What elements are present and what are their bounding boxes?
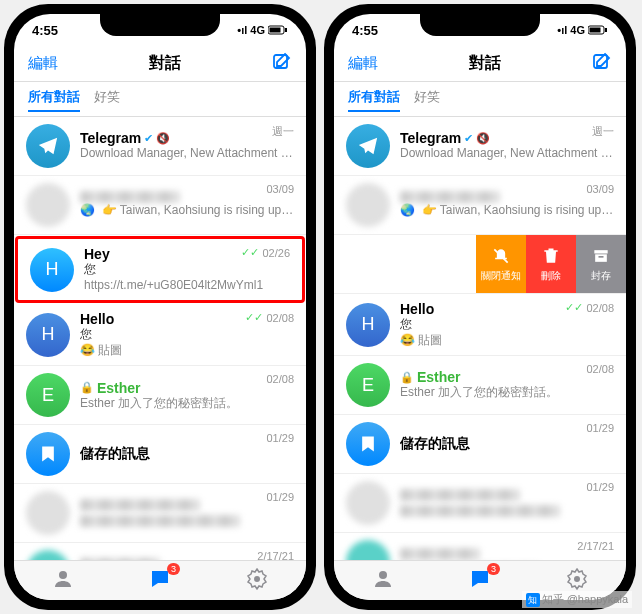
chat-name: Hello — [80, 311, 114, 327]
svg-point-4 — [59, 571, 67, 579]
chat-list[interactable]: Telegram ✔ 🔇 Download Manager, New Attac… — [334, 117, 626, 565]
chat-date: 01/29 — [266, 491, 294, 503]
avatar: E — [26, 373, 70, 417]
chat-date: 週一 — [272, 124, 294, 139]
chat-date: 02/08 — [586, 302, 614, 314]
tab-chats[interactable]: 3 — [148, 567, 172, 595]
chat-row-hello[interactable]: H Hello 您😂 貼圖 ✓✓02/08 — [14, 304, 306, 366]
tab-funny[interactable]: 好笑 — [94, 88, 120, 112]
avatar-saved — [26, 432, 70, 476]
status-time: 4:55 — [352, 23, 378, 38]
chats-badge: 3 — [487, 563, 500, 575]
tab-funny[interactable]: 好笑 — [414, 88, 440, 112]
page-title: 對話 — [469, 53, 501, 74]
svg-rect-12 — [595, 254, 607, 262]
avatar-telegram — [26, 124, 70, 168]
lock-icon: 🔒 — [80, 381, 94, 394]
avatar: H — [30, 248, 74, 292]
network-label: 4G — [570, 24, 585, 36]
svg-point-15 — [574, 576, 580, 582]
swipe-delete-button[interactable]: 刪除 — [526, 235, 576, 293]
tab-contacts[interactable] — [51, 567, 75, 595]
signal-icon: •ıl — [237, 24, 247, 36]
folder-tabs: 所有對話 好笑 — [334, 82, 626, 117]
chat-row-hey-highlighted[interactable]: H Hey 您https://t.me/+uG80E04lt2MwYml1 ✓✓… — [15, 236, 305, 303]
chat-row-esther[interactable]: E 🔒Esther Esther 加入了您的秘密對話。 02/08 — [14, 366, 306, 425]
chat-date: 01/29 — [586, 422, 614, 434]
avatar-blurred — [26, 183, 70, 227]
chat-name: Telegram — [80, 130, 141, 146]
chat-date: 02/08 — [266, 312, 294, 324]
chat-date: 2/17/21 — [577, 540, 614, 552]
chat-row-hey-swiped[interactable]: H ✓✓ 02/26 04lt2MwYml1 關閉通知 — [334, 235, 626, 294]
chat-date: 01/29 — [266, 432, 294, 444]
muted-icon: 🔇 — [156, 132, 170, 145]
chat-row-blurred[interactable]: 🌏 👉 Taiwan, Kaohsiung is rising up!... 0… — [334, 176, 626, 235]
swipe-mute-button[interactable]: 關閉通知 — [476, 235, 526, 293]
chat-name: Hey — [84, 246, 110, 262]
svg-rect-7 — [590, 28, 601, 33]
chats-badge: 3 — [167, 563, 180, 575]
avatar-blurred — [346, 481, 390, 525]
chat-name: 儲存的訊息 — [80, 445, 150, 463]
tab-all-chats[interactable]: 所有對話 — [28, 88, 80, 112]
chat-preview: Download Manager, New Attachment Menu, L… — [400, 146, 614, 162]
edit-button[interactable]: 編輯 — [348, 54, 378, 73]
signal-icon: •ıl — [557, 24, 567, 36]
chat-name: 儲存的訊息 — [400, 435, 470, 453]
chat-row-blurred[interactable]: 01/29 — [334, 474, 626, 533]
tab-contacts[interactable] — [371, 567, 395, 595]
chat-preview: Esther 加入了您的秘密對話。 — [80, 396, 294, 412]
avatar: H — [26, 313, 70, 357]
chat-name: Esther — [417, 369, 461, 385]
chat-name: Esther — [97, 380, 141, 396]
chat-preview: 您https://t.me/+uG80E04lt2MwYml1 — [84, 262, 290, 293]
chat-preview: 04lt2MwYml1 — [334, 263, 464, 279]
chat-preview: 🌏 👉 Taiwan, Kaohsiung is rising up!... — [400, 203, 614, 219]
chat-date: 03/09 — [266, 183, 294, 195]
tab-settings[interactable] — [245, 567, 269, 595]
nav-bar: 編輯 對話 — [14, 46, 306, 82]
watermark: 知知乎 @happykala — [522, 591, 632, 609]
chat-date: 02/08 — [266, 373, 294, 385]
chat-name: Telegram — [400, 130, 461, 146]
swipe-archive-button[interactable]: 封存 — [576, 235, 626, 293]
svg-rect-8 — [605, 28, 607, 32]
nav-bar: 編輯 對話 — [334, 46, 626, 82]
chat-preview: Download Manager, New Attachment Menu, L… — [80, 146, 294, 162]
phone-left: 4:55 •ıl 4G 編輯 對話 所有對話 好笑 — [4, 4, 316, 610]
avatar: H — [346, 303, 390, 347]
compose-button[interactable] — [592, 52, 612, 76]
chat-row-blurred[interactable]: 🌏 👉 Taiwan, Kaohsiung is rising up!... 0… — [14, 176, 306, 235]
chat-row-telegram[interactable]: Telegram ✔ 🔇 Download Manager, New Attac… — [14, 117, 306, 176]
read-check-icon: ✓✓ — [565, 301, 583, 314]
tab-all-chats[interactable]: 所有對話 — [348, 88, 400, 112]
chat-date: 02/08 — [586, 363, 614, 375]
chat-row-esther[interactable]: E 🔒Esther Esther 加入了您的秘密對話。 02/08 — [334, 356, 626, 415]
edit-button[interactable]: 編輯 — [28, 54, 58, 73]
avatar-blurred — [346, 183, 390, 227]
chat-date: 03/09 — [586, 183, 614, 195]
muted-icon: 🔇 — [476, 132, 490, 145]
avatar: E — [346, 363, 390, 407]
svg-rect-2 — [285, 28, 287, 32]
swipe-actions: 關閉通知 刪除 封存 — [476, 235, 626, 293]
tab-bar: 3 — [14, 560, 306, 600]
chat-row-telegram[interactable]: Telegram ✔ 🔇 Download Manager, New Attac… — [334, 117, 626, 176]
folder-tabs: 所有對話 好笑 — [14, 82, 306, 117]
chat-row-saved[interactable]: 儲存的訊息 01/29 — [334, 415, 626, 474]
chat-name: Hello — [400, 301, 434, 317]
chat-row-blurred[interactable]: 01/29 — [14, 484, 306, 543]
page-title: 對話 — [149, 53, 181, 74]
read-check-icon: ✓✓ — [245, 311, 263, 324]
status-time: 4:55 — [32, 23, 58, 38]
chat-row-saved[interactable]: 儲存的訊息 01/29 — [14, 425, 306, 484]
battery-icon — [268, 25, 288, 35]
chat-list[interactable]: Telegram ✔ 🔇 Download Manager, New Attac… — [14, 117, 306, 565]
tab-chats[interactable]: 3 — [468, 567, 492, 595]
read-check-icon: ✓✓ — [241, 246, 259, 259]
chat-preview: 您😂 貼圖 — [400, 317, 614, 348]
lock-icon: 🔒 — [400, 371, 414, 384]
compose-button[interactable] — [272, 52, 292, 76]
chat-row-hello[interactable]: H Hello 您😂 貼圖 ✓✓02/08 — [334, 294, 626, 356]
